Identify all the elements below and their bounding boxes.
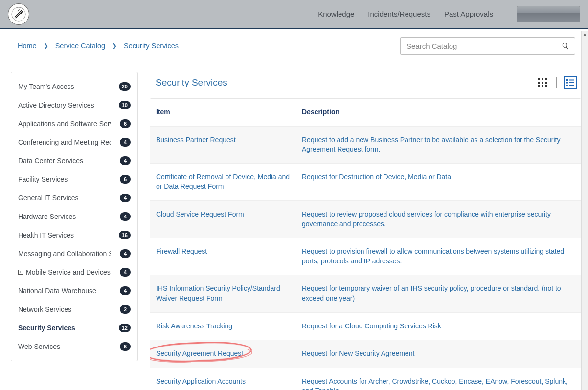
breadcrumb: Home ❯ Service Catalog ❯ Security Servic… <box>18 42 179 50</box>
sidebar-item-label: Security Services <box>18 324 75 332</box>
sidebar-item-label: My Team's Access <box>18 83 74 90</box>
expand-icon[interactable]: + <box>18 270 23 275</box>
sidebar-item-label: General IT Services <box>18 194 78 202</box>
table-row: Security Agreement RequestRequest for Ne… <box>150 340 581 368</box>
topnav-incidents[interactable]: Incidents/Requests <box>368 10 430 18</box>
search-wrap <box>400 37 575 55</box>
item-description: Request to review proposed cloud service… <box>302 201 581 238</box>
sidebar-item[interactable]: My Team's Access20 <box>11 77 137 96</box>
scrollbar[interactable]: ▲ <box>581 31 588 390</box>
table-header: Item Description <box>150 99 581 127</box>
svg-rect-13 <box>569 82 574 83</box>
item-link[interactable]: Firewall Request <box>150 238 302 275</box>
table-row: Security Application AccountsRequest Acc… <box>150 368 581 390</box>
separator <box>556 77 557 88</box>
sidebar-item[interactable]: Security Services12 <box>11 319 137 337</box>
table-row: Certificate of Removal of Device, Media … <box>150 164 581 201</box>
item-link[interactable]: Certificate of Removal of Device, Media … <box>150 164 302 200</box>
svg-point-0 <box>12 7 25 21</box>
col-item[interactable]: Item <box>150 99 302 126</box>
sidebar-item[interactable]: Messaging and Collaboration Ser…4 <box>11 244 137 263</box>
crumb-home[interactable]: Home <box>18 42 37 50</box>
svg-rect-4 <box>538 82 540 84</box>
highlight-annotation <box>150 340 252 364</box>
sidebar-item-label: Messaging and Collaboration Ser… <box>18 250 111 258</box>
svg-rect-6 <box>545 82 547 84</box>
sidebar-item-label: Network Services <box>18 305 71 313</box>
sidebar-item[interactable]: +Mobile Service and Devices, D…4 <box>11 263 137 282</box>
sidebar-item[interactable]: Data Center Services4 <box>11 152 137 170</box>
search-button[interactable] <box>556 37 575 55</box>
sidebar-item-label: Web Services <box>18 343 60 350</box>
item-link[interactable]: Cloud Service Request Form <box>150 201 302 238</box>
sidebar-item[interactable]: Conferencing and Meeting Reque…4 <box>11 133 137 152</box>
svg-rect-14 <box>566 85 568 86</box>
sidebar-item[interactable]: Health IT Services16 <box>11 226 137 244</box>
sub-header: Home ❯ Service Catalog ❯ Security Servic… <box>0 29 588 65</box>
item-link[interactable]: IHS Information Security Policy/Standard… <box>150 275 302 312</box>
count-badge: 16 <box>119 231 131 239</box>
count-badge: 4 <box>120 286 131 295</box>
svg-rect-10 <box>566 79 568 81</box>
count-badge: 6 <box>120 342 131 351</box>
list-view-button[interactable] <box>564 76 577 89</box>
sidebar-item-label: Data Center Services <box>18 157 83 165</box>
svg-rect-11 <box>569 80 574 81</box>
user-menu[interactable] <box>517 6 580 22</box>
count-badge: 2 <box>120 305 131 314</box>
svg-rect-2 <box>542 78 543 80</box>
count-badge: 4 <box>120 194 131 202</box>
crumb-service-catalog[interactable]: Service Catalog <box>55 42 105 50</box>
sidebar-item[interactable]: Facility Services6 <box>11 170 137 189</box>
item-description: Request to add a new Business Partner to… <box>302 127 581 163</box>
sidebar-item-label: Applications and Software Services <box>18 120 111 128</box>
sidebar-item-label: Health IT Services <box>18 231 74 239</box>
item-link[interactable]: Business Partner Request <box>150 127 302 163</box>
crumb-security-services[interactable]: Security Services <box>124 42 179 50</box>
content-header: Security Services <box>150 72 581 98</box>
search-input[interactable] <box>400 37 556 55</box>
chevron-right-icon: ❯ <box>44 43 48 49</box>
sidebar-item[interactable]: Network Services2 <box>11 300 137 319</box>
org-logo <box>8 3 29 25</box>
item-link[interactable]: Risk Awareness Tracking <box>150 313 302 340</box>
sidebar-item[interactable]: Hardware Services4 <box>11 207 137 226</box>
scroll-up-icon[interactable]: ▲ <box>582 31 588 38</box>
sidebar-item[interactable]: National Data Warehouse4 <box>11 282 137 300</box>
sidebar-item[interactable]: Active Directory Services10 <box>11 96 137 114</box>
sidebar-item-label: Conferencing and Meeting Reque… <box>18 138 111 146</box>
count-badge: 4 <box>120 268 131 277</box>
search-icon <box>562 42 569 50</box>
svg-rect-15 <box>569 85 574 86</box>
count-badge: 4 <box>120 249 131 258</box>
count-badge: 10 <box>119 101 131 109</box>
list-icon <box>566 78 575 87</box>
table-row: IHS Information Security Policy/Standard… <box>150 275 581 312</box>
topnav-past-approvals[interactable]: Past Approvals <box>444 10 493 18</box>
top-banner: Knowledge Incidents/Requests Past Approv… <box>0 0 588 29</box>
svg-rect-5 <box>542 82 543 84</box>
item-link[interactable]: Security Application Accounts <box>150 368 302 390</box>
table-row: Firewall RequestRequest to provision fir… <box>150 238 581 275</box>
topnav-knowledge[interactable]: Knowledge <box>318 10 354 18</box>
category-sidebar: My Team's Access20Active Directory Servi… <box>11 72 138 361</box>
item-description: Request for a Cloud Computing Services R… <box>302 313 581 340</box>
count-badge: 4 <box>120 138 131 147</box>
count-badge: 4 <box>120 212 131 221</box>
grid-icon <box>538 78 547 87</box>
count-badge: 20 <box>119 82 131 91</box>
sidebar-item-label: Facility Services <box>18 175 68 183</box>
view-switch <box>536 76 577 89</box>
sidebar-item[interactable]: Applications and Software Services6 <box>11 114 137 133</box>
page-title: Security Services <box>156 77 227 88</box>
table-row: Risk Awareness TrackingRequest for a Clo… <box>150 313 581 341</box>
sidebar-item[interactable]: Web Services6 <box>11 337 137 356</box>
table-row: Cloud Service Request FormRequest to rev… <box>150 201 581 238</box>
grid-view-button[interactable] <box>536 76 549 89</box>
svg-rect-7 <box>538 85 540 87</box>
sidebar-item[interactable]: General IT Services4 <box>11 189 137 207</box>
svg-rect-8 <box>542 85 543 87</box>
item-link[interactable]: Security Agreement Request <box>150 340 302 368</box>
col-description[interactable]: Description <box>302 99 581 126</box>
item-description: Request for New Security Agreement <box>302 340 581 368</box>
